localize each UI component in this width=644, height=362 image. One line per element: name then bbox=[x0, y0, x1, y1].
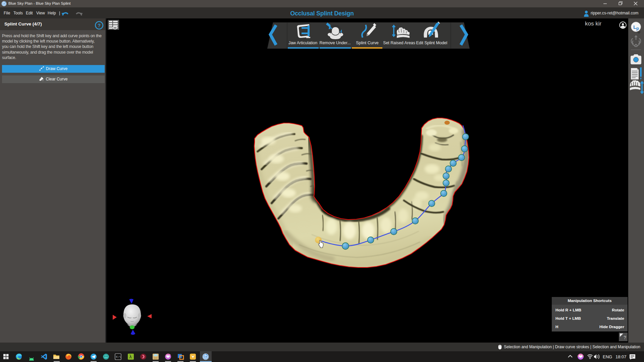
svg-text:p: p bbox=[636, 26, 639, 31]
svg-text:C:\: C:\ bbox=[116, 355, 121, 358]
svg-text:?: ? bbox=[624, 335, 626, 340]
svg-text:Splint Curve: Splint Curve bbox=[356, 41, 379, 45]
svg-text:Set Raised Areas: Set Raised Areas bbox=[383, 41, 415, 45]
svg-text:Edit Splint Model: Edit Splint Model bbox=[416, 41, 447, 45]
svg-text:18:07: 18:07 bbox=[615, 354, 627, 359]
svg-text:?: ? bbox=[98, 22, 101, 28]
svg-text:ENG: ENG bbox=[603, 354, 612, 359]
svg-text:Remove Under...: Remove Under... bbox=[320, 41, 351, 45]
svg-text:Jaw Articulation: Jaw Articulation bbox=[288, 41, 317, 45]
svg-text:λ: λ bbox=[129, 354, 132, 359]
svg-text:L: L bbox=[633, 24, 636, 30]
